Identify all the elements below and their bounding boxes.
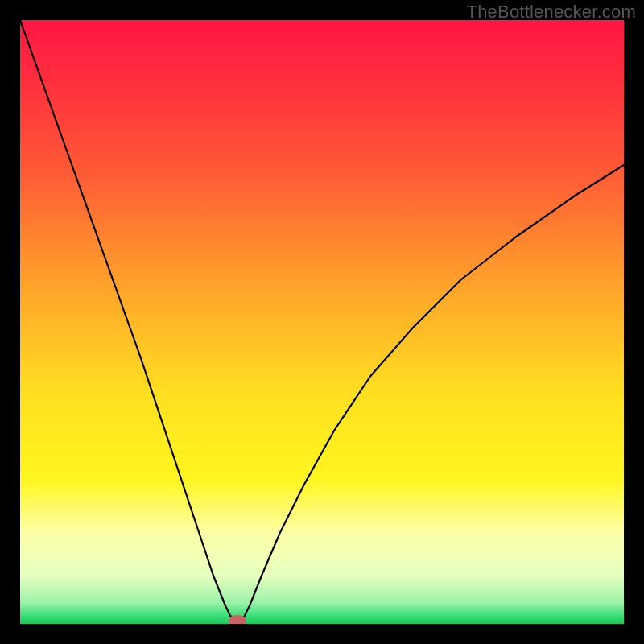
- chart-frame: TheBottlenecker.com: [0, 0, 644, 644]
- watermark-text: TheBottlenecker.com: [467, 2, 636, 23]
- bottleneck-chart: [20, 20, 624, 624]
- gradient-background: [20, 20, 624, 624]
